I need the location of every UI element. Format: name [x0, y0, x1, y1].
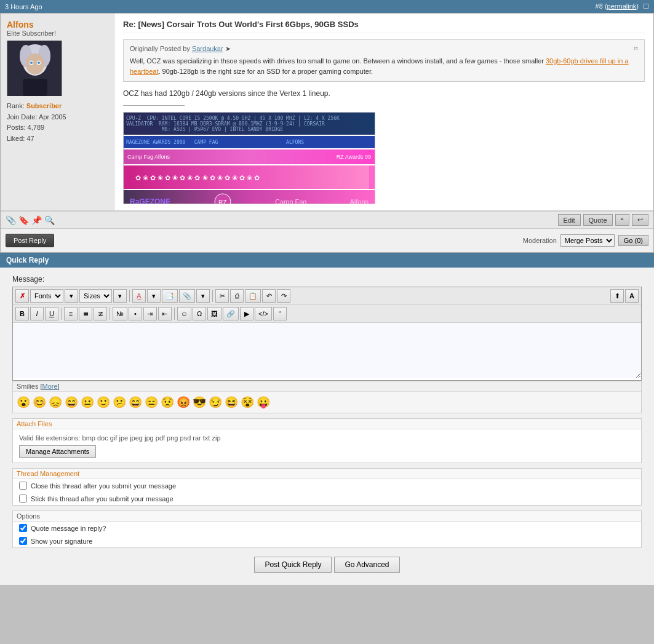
quote-inline-btn[interactable]: “ [273, 307, 287, 320]
go-advanced-button[interactable]: Go Advanced [334, 557, 399, 573]
post-content: Re: [News] Corsair Trots Out World's Fir… [114, 14, 653, 210]
align-left-btn[interactable]: ≡ [64, 307, 78, 320]
bold-btn[interactable]: B [15, 307, 29, 320]
post-reply-button[interactable]: Post Reply [6, 234, 54, 247]
manage-attachments-button[interactable]: Manage Attachments [19, 445, 96, 458]
smiley-btn[interactable]: ☺ [177, 307, 191, 320]
highlight-btn[interactable]: 📑 [162, 289, 178, 303]
link-btn[interactable]: 🔗 [223, 307, 239, 320]
smilies-content: 😮 😊 😞 😄 😐 🙂 😕 😄 😑 😟 😡 😎 😏 😆 😵 😛 [13, 392, 641, 413]
sig-rz-awards: RZ Awards 09 [337, 154, 371, 160]
sig-awards-bar: RAGEZONE AWARDS 2008 CAMP FAG ALFONS [124, 136, 375, 148]
toolbar-x-btn[interactable]: ✗ [15, 289, 29, 303]
italic-btn[interactable]: I [30, 307, 44, 320]
close-thread-checkbox[interactable] [19, 482, 27, 490]
options-box: Options Quote message in reply? Show you… [12, 511, 642, 548]
toolbar-font-dropdown[interactable]: ▾ [65, 289, 78, 303]
svg-text:RZ: RZ [218, 199, 226, 204]
post-icons: 📎 🔖 📌 🔍 [6, 215, 55, 225]
code-btn[interactable]: </> [255, 307, 272, 320]
smiley-8[interactable]: 😄 [129, 396, 142, 409]
smiley-13[interactable]: 😏 [209, 396, 222, 409]
quote-body: Well, OCZ was specializing in thsoe spee… [130, 57, 629, 75]
sizes-select[interactable]: Sizes [79, 289, 112, 303]
smiley-11[interactable]: 😡 [177, 396, 190, 409]
multi-quote-button[interactable]: “ [615, 214, 630, 226]
join-date: Join Date: Apr 2005 [7, 112, 108, 123]
indent-btn[interactable]: ⇥ [143, 307, 157, 320]
smiley-5[interactable]: 😐 [81, 396, 94, 409]
quote-mark: ” [634, 45, 638, 58]
window-icon[interactable]: ☐ [643, 2, 649, 10]
align-right-btn[interactable]: ≢ [94, 307, 107, 320]
smiley-10[interactable]: 😟 [161, 396, 174, 409]
paste-btn[interactable]: 📋 [245, 289, 261, 303]
font-color-dropdown[interactable]: ▾ [147, 289, 161, 303]
outdent-btn[interactable]: ⇤ [158, 307, 172, 320]
smiley-4[interactable]: 😄 [65, 396, 78, 409]
smiley-6[interactable]: 🙂 [97, 396, 110, 409]
fullscreen-btn[interactable]: A [625, 289, 639, 303]
attach-legend: Attach Files [13, 419, 641, 429]
smiley-16[interactable]: 😛 [257, 396, 270, 409]
ordered-list-btn[interactable]: № [113, 307, 127, 320]
edit-button[interactable]: Edit [558, 214, 581, 226]
avatar [7, 41, 62, 96]
fonts-select[interactable]: Fonts [30, 289, 63, 303]
copy-btn[interactable]: ⎙ [230, 289, 244, 303]
quote-link1[interactable]: 30gb-60gb drives fill up in a heartbeat [130, 57, 629, 75]
message-label: Message: [12, 275, 642, 284]
smiley-14[interactable]: 😆 [225, 396, 238, 409]
stick-thread-row: Stick this thread after you submit your … [13, 492, 641, 505]
cut-btn[interactable]: ✂ [215, 289, 229, 303]
underline-btn[interactable]: U [45, 307, 58, 320]
toolbar-sizes-dropdown[interactable]: ▾ [113, 289, 127, 303]
smiley-12[interactable]: 😎 [193, 396, 206, 409]
smiley-15[interactable]: 😵 [241, 396, 254, 409]
message-textarea[interactable] [13, 323, 641, 378]
img-btn[interactable]: 🖼 [207, 307, 221, 320]
svg-rect-11 [23, 79, 47, 96]
stick-thread-checkbox[interactable] [19, 495, 27, 503]
expand-btn[interactable]: ⬆ [610, 289, 624, 303]
attach-btn[interactable]: 📎 [179, 289, 195, 303]
show-signature-checkbox[interactable] [19, 537, 27, 545]
sig-row4: RaGEZONE RZ Camp Fag Alfons [124, 190, 375, 204]
align-center-btn[interactable]: ≣ [79, 307, 92, 320]
redo-btn[interactable]: ↷ [277, 289, 290, 303]
sig-row3: ✿ ❀ ✿ ❀ ✿ ❀ ✿ ❀ ✿ ❀ ✿ ❀ ✿ ❀ ✿ ❀ ✿ [124, 165, 375, 189]
user-panel: Alfons Elite Subscriber! [1, 14, 114, 210]
reply-button[interactable]: ↩ [632, 214, 648, 226]
special-char-btn[interactable]: Ω [193, 307, 206, 320]
post-actions-bar: 📎 🔖 📌 🔍 Edit Quote “ ↩ [1, 211, 653, 228]
go-button[interactable]: Go (0) [618, 235, 648, 246]
post-main-text: OCZ has had 120gb / 240gb versions since… [123, 88, 645, 99]
show-signature-row: Show your signature [13, 535, 641, 547]
quick-reply-body: Message: ✗ Fonts ▾ Sizes ▾ A̲ ▾ 📑 📎 ▾ [0, 268, 654, 585]
signature-area[interactable]: CPU-Z CPU: INTEL CORE I5 2500K @ 4.50 GH… [123, 112, 375, 204]
thread-mgmt-legend: Thread Management [13, 469, 641, 479]
smilies-more-link[interactable]: More [42, 383, 58, 390]
attach-content: Valid file extensions: bmp doc gif jpe j… [13, 429, 641, 463]
username[interactable]: Alfons [7, 20, 108, 30]
unordered-list-btn[interactable]: • [129, 307, 142, 320]
attach-dropdown[interactable]: ▾ [196, 289, 210, 303]
smiley-9[interactable]: 😑 [145, 396, 158, 409]
post-quick-reply-button[interactable]: Post Quick Reply [254, 557, 332, 573]
quote-header: Originally Posted by Sardaukar ➤ ” [130, 45, 638, 53]
font-color-btn[interactable]: A̲ [132, 289, 146, 303]
quote-author[interactable]: Sardaukar [192, 45, 223, 52]
undo-btn[interactable]: ↶ [262, 289, 276, 303]
media-btn[interactable]: ▶ [240, 307, 253, 320]
smilies-header: Smilies [More] [13, 381, 641, 392]
permalink[interactable]: permalink [607, 2, 637, 10]
smiley-7[interactable]: 😕 [113, 396, 126, 409]
smiley-1[interactable]: 😮 [17, 396, 30, 409]
smiley-2[interactable]: 😊 [33, 396, 46, 409]
quote-button[interactable]: Quote [583, 214, 613, 226]
post-header-bar: 3 Hours Ago #8 (permalink) ☐ [0, 0, 654, 13]
quote-message-checkbox[interactable] [19, 524, 27, 532]
post-number-area: #8 (permalink) ☐ [596, 2, 649, 10]
moderation-select[interactable]: Merge Posts [560, 234, 615, 247]
smiley-3[interactable]: 😞 [49, 396, 62, 409]
